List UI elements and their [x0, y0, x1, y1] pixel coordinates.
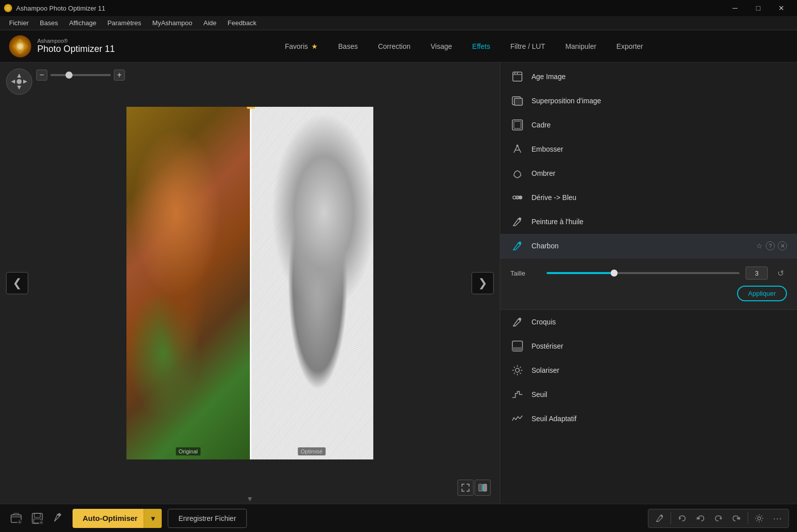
save-icon[interactable]: + — [29, 510, 45, 526]
svg-marker-46 — [679, 517, 681, 520]
menu-myashampoo[interactable]: MyAshampoo — [147, 17, 197, 29]
taille-slider-thumb[interactable] — [611, 270, 618, 277]
zoom-plus-button[interactable]: + — [114, 70, 125, 81]
effect-charbon[interactable]: Charbon ☆ ? ✕ — [500, 234, 797, 258]
zoom-thumb[interactable] — [65, 72, 73, 79]
view-mode-button[interactable] — [475, 480, 491, 496]
nav-exporter[interactable]: Exporter — [608, 39, 652, 53]
expand-button[interactable] — [457, 480, 474, 496]
close-button[interactable]: ✕ — [770, 0, 793, 16]
peinture-label: Peinture à l'huile — [532, 218, 787, 226]
split-image: Original Optimisé — [126, 107, 373, 459]
seuil-icon — [510, 387, 524, 402]
optimise-label: Optimisé — [298, 447, 325, 455]
svg-point-15 — [517, 73, 518, 74]
tool-divider-1 — [671, 512, 671, 524]
charbon-close-button[interactable]: ✕ — [778, 241, 787, 250]
embosser-label: Embosser — [532, 145, 787, 153]
split-handle[interactable] — [247, 107, 255, 109]
nav-filtre[interactable]: Filtre / LUT — [501, 39, 554, 53]
superposition-label: Superposition d'image — [532, 97, 787, 105]
effect-derive-bleu[interactable]: Dérive -> Bleu — [500, 185, 797, 210]
peinture-icon — [510, 215, 524, 229]
effect-superposition[interactable]: Superposition d'image — [500, 89, 797, 113]
svg-rect-19 — [514, 121, 521, 128]
zoom-minus-button[interactable]: − — [36, 70, 47, 81]
charbon-help-button[interactable]: ? — [766, 241, 775, 250]
embosser-icon — [510, 142, 524, 156]
maximize-button[interactable]: □ — [747, 0, 770, 16]
charbon-star-button[interactable]: ☆ — [756, 242, 763, 250]
taille-reset-button[interactable]: ↺ — [774, 267, 787, 280]
posteriser-label: Postériser — [532, 342, 787, 350]
effect-solariser[interactable]: Solariser — [500, 358, 797, 382]
menu-feedback[interactable]: Feedback — [223, 17, 261, 29]
zoom-slider[interactable] — [50, 74, 111, 76]
zoom-control: − + — [36, 70, 125, 81]
redo-all-button[interactable] — [729, 511, 744, 525]
svg-marker-4 — [11, 80, 15, 84]
svg-point-24 — [519, 196, 522, 199]
posteriser-icon — [510, 339, 524, 353]
next-image-button[interactable]: ❯ — [472, 272, 494, 294]
menu-fichier[interactable]: Fichier — [4, 17, 34, 29]
taille-label: Taille — [510, 270, 541, 277]
nav-manipuler[interactable]: Manipuler — [556, 39, 605, 53]
derive-bleu-label: Dérive -> Bleu — [532, 193, 787, 202]
svg-point-1 — [17, 43, 23, 49]
undo-all-button[interactable] — [693, 511, 707, 525]
prev-image-button[interactable]: ❮ — [6, 272, 28, 294]
svg-point-22 — [513, 196, 516, 199]
effect-cadre[interactable]: Cadre — [500, 113, 797, 137]
main-content: − + ❮ Original Optimisé — [0, 62, 797, 504]
age-image-label: Age Image — [532, 73, 787, 81]
undo-button[interactable] — [675, 511, 689, 525]
header: Ashampoo® Photo Optimizer 11 Favoris ★ B… — [0, 30, 797, 62]
effect-age-image[interactable]: Age Image — [500, 64, 797, 89]
redo-button[interactable] — [711, 511, 725, 525]
menu-aide[interactable]: Aide — [198, 17, 222, 29]
menu-affichage[interactable]: Affichage — [64, 17, 101, 29]
charbon-actions: ☆ ? ✕ — [756, 241, 787, 250]
auto-optimise-button[interactable]: Auto-Optimiser ▾ — [73, 509, 162, 528]
effect-posteriser[interactable]: Postériser — [500, 334, 797, 358]
svg-marker-51 — [737, 517, 739, 520]
nav-visage[interactable]: Visage — [422, 39, 461, 53]
effect-peinture[interactable]: Peinture à l'huile — [500, 210, 797, 234]
original-image — [126, 107, 250, 459]
right-panel: Age Image Superposition d'image Cadre — [500, 62, 797, 504]
original-label: Original — [176, 447, 201, 455]
taille-slider[interactable] — [547, 272, 740, 274]
minimize-button[interactable]: ─ — [723, 0, 747, 16]
settings-button[interactable] — [752, 511, 766, 525]
effect-ombrer[interactable]: Ombrer — [500, 161, 797, 185]
nav-correction[interactable]: Correction — [369, 39, 420, 53]
effect-embosser[interactable]: Embosser — [500, 137, 797, 161]
more-button[interactable]: ⋯ — [770, 511, 784, 525]
effect-seuil-adaptatif[interactable]: Seuil Adaptatif — [500, 407, 797, 431]
nav-effets[interactable]: Effets — [463, 39, 499, 53]
ombrer-label: Ombrer — [532, 169, 787, 177]
effect-seuil[interactable]: Seuil — [500, 382, 797, 407]
pan-control[interactable] — [6, 69, 32, 95]
taille-value-input[interactable]: 3 — [746, 267, 768, 280]
menu-bases[interactable]: Bases — [35, 17, 63, 29]
svg-marker-5 — [23, 80, 27, 84]
svg-line-36 — [514, 373, 515, 374]
split-divider — [250, 107, 251, 459]
effect-croquis[interactable]: Croquis — [500, 310, 797, 334]
bottom-toolbar: + + Auto-Optimiser ▾ Enregistrer Fichier — [0, 504, 797, 532]
open-file-icon[interactable]: + — [8, 510, 24, 526]
svg-text:+: + — [18, 519, 21, 524]
svg-point-14 — [514, 73, 515, 74]
appliquer-button[interactable]: Appliquer — [737, 286, 787, 301]
nav-bases[interactable]: Bases — [329, 39, 367, 53]
brush-tool-button[interactable] — [652, 511, 667, 525]
image-panel: − + ❮ Original Optimisé — [0, 62, 500, 504]
menu-parametres[interactable]: Paramètres — [102, 17, 146, 29]
pan-circle[interactable] — [6, 69, 32, 95]
nav-favoris[interactable]: Favoris ★ — [276, 39, 327, 53]
tool-group: ⋯ — [648, 509, 789, 528]
edit-icon[interactable] — [50, 510, 67, 526]
enregistrer-fichier-button[interactable]: Enregistrer Fichier — [168, 509, 246, 528]
